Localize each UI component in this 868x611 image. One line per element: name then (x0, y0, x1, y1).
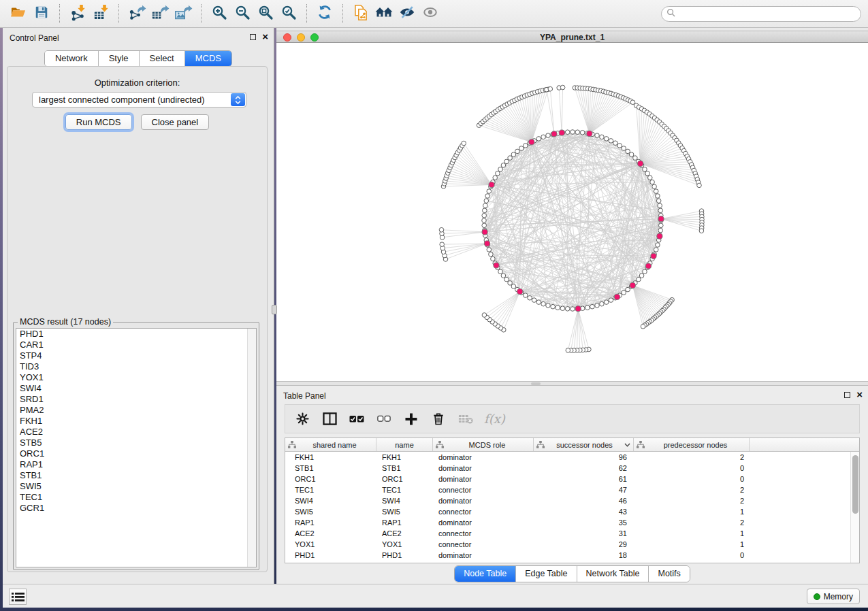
export-image-button[interactable] (173, 3, 193, 24)
zoom-fit-button[interactable] (255, 3, 276, 24)
mcds-result-item[interactable]: FKH1 (16, 416, 256, 427)
graph-node[interactable] (556, 306, 560, 310)
graph-node[interactable] (613, 141, 618, 146)
first-neighbors-button[interactable] (374, 3, 394, 24)
graph-node[interactable] (515, 149, 520, 154)
graph-node[interactable] (487, 248, 492, 252)
mcds-node[interactable] (657, 233, 662, 239)
mcds-node[interactable] (575, 306, 581, 312)
graph-node[interactable] (604, 300, 609, 305)
graph-node[interactable] (570, 307, 575, 312)
graph-node[interactable] (570, 130, 575, 135)
graph-node[interactable] (658, 228, 663, 233)
network-view[interactable] (276, 43, 868, 381)
graph-node[interactable] (650, 180, 655, 184)
graph-node[interactable] (575, 130, 580, 135)
table-settings-button[interactable] (293, 410, 311, 428)
close-panel-icon[interactable]: × (262, 33, 268, 41)
refresh-view-button[interactable] (315, 3, 335, 24)
mcds-result-item[interactable]: TID3 (16, 361, 256, 372)
float-panel-icon[interactable] (844, 392, 850, 398)
mcds-result-item[interactable]: GCR1 (16, 503, 256, 514)
zoom-out-button[interactable] (232, 3, 253, 24)
graph-node[interactable] (595, 133, 600, 138)
graph-node[interactable] (524, 293, 528, 298)
graph-node[interactable] (645, 171, 650, 176)
result-list-scrollbar[interactable] (247, 329, 256, 567)
graph-leaf-node[interactable] (548, 86, 553, 91)
graph-node[interactable] (633, 156, 638, 161)
table-row[interactable]: TEC1TEC1connector472 (285, 484, 850, 495)
vertical-splitter-handle[interactable] (272, 305, 277, 314)
graph-node[interactable] (629, 152, 634, 157)
column-header-shared-name[interactable]: shared name (285, 438, 376, 451)
graph-node[interactable] (491, 257, 496, 261)
open-file-button[interactable] (8, 3, 29, 24)
graph-node[interactable] (648, 176, 653, 180)
mcds-node[interactable] (482, 229, 487, 235)
graph-node[interactable] (511, 284, 516, 289)
graph-node[interactable] (580, 131, 585, 135)
export-table-button[interactable] (150, 3, 170, 24)
graph-node[interactable] (565, 307, 570, 312)
mcds-result-item[interactable]: SRD1 (16, 394, 256, 405)
table-tab-edge-table[interactable]: Edge Table (515, 566, 576, 582)
graph-node[interactable] (498, 269, 503, 274)
graph-node[interactable] (504, 159, 509, 164)
graph-node[interactable] (508, 281, 513, 286)
graph-node[interactable] (626, 149, 630, 154)
mcds-result-item[interactable]: YOX1 (16, 372, 256, 383)
graph-leaf-node[interactable] (697, 183, 702, 188)
mcds-result-item[interactable]: STB5 (16, 437, 256, 448)
tab-select[interactable]: Select (139, 51, 184, 66)
graph-node[interactable] (484, 199, 489, 203)
table-row[interactable]: YOX1YOX1connector291 (285, 539, 850, 550)
mcds-result-item[interactable]: STP4 (16, 350, 256, 361)
table-tab-node-table[interactable]: Node Table (455, 566, 515, 582)
zoom-selected-button[interactable] (278, 3, 299, 24)
graph-node[interactable] (590, 304, 595, 309)
mcds-result-item[interactable]: TEC1 (16, 492, 256, 503)
close-panel-button[interactable]: Close panel (141, 114, 210, 130)
mcds-node[interactable] (587, 131, 592, 136)
import-table-button[interactable] (91, 3, 111, 24)
show-all-button[interactable] (420, 3, 440, 24)
graph-node[interactable] (637, 277, 641, 282)
horizontal-splitter[interactable] (276, 381, 868, 386)
graph-node[interactable] (483, 203, 488, 208)
delete-selected-button[interactable] (430, 410, 447, 428)
mcds-result-item[interactable]: ACE2 (16, 427, 256, 437)
global-search[interactable] (661, 6, 861, 22)
column-header-name[interactable]: name (376, 438, 433, 451)
graph-node[interactable] (560, 306, 565, 311)
graph-node[interactable] (541, 135, 546, 139)
save-session-button[interactable] (31, 3, 52, 24)
mcds-node[interactable] (484, 241, 489, 246)
mcds-node[interactable] (658, 216, 664, 222)
graph-node[interactable] (519, 146, 524, 151)
graph-node[interactable] (656, 243, 660, 248)
tab-mcds[interactable]: MCDS (184, 51, 231, 66)
table-row[interactable]: SWI5SWI5connector431 (285, 506, 850, 517)
task-history-button[interactable] (9, 589, 27, 605)
graph-leaf-node[interactable] (560, 85, 565, 90)
table-tab-network-table[interactable]: Network Table (577, 566, 649, 582)
graph-node[interactable] (639, 274, 644, 278)
graph-node[interactable] (541, 301, 546, 306)
new-network-from-selection-button[interactable] (351, 3, 371, 24)
table-row[interactable]: ORC1ORC1dominator610 (285, 474, 850, 484)
graph-node[interactable] (536, 300, 541, 305)
horizontal-splitter-handle[interactable] (531, 382, 541, 385)
graph-node[interactable] (496, 171, 500, 176)
mcds-node[interactable] (614, 294, 620, 299)
graph-node[interactable] (643, 269, 647, 274)
graph-node[interactable] (604, 137, 609, 142)
graph-leaf-node[interactable] (699, 229, 704, 233)
graph-leaf-node[interactable] (641, 325, 645, 329)
graph-node[interactable] (654, 189, 658, 194)
mcds-result-item[interactable]: CAR1 (16, 340, 256, 350)
table-scrollbar[interactable] (850, 452, 859, 563)
graph-node[interactable] (487, 189, 492, 194)
graph-leaf-node[interactable] (462, 141, 466, 146)
graph-node[interactable] (609, 298, 613, 303)
